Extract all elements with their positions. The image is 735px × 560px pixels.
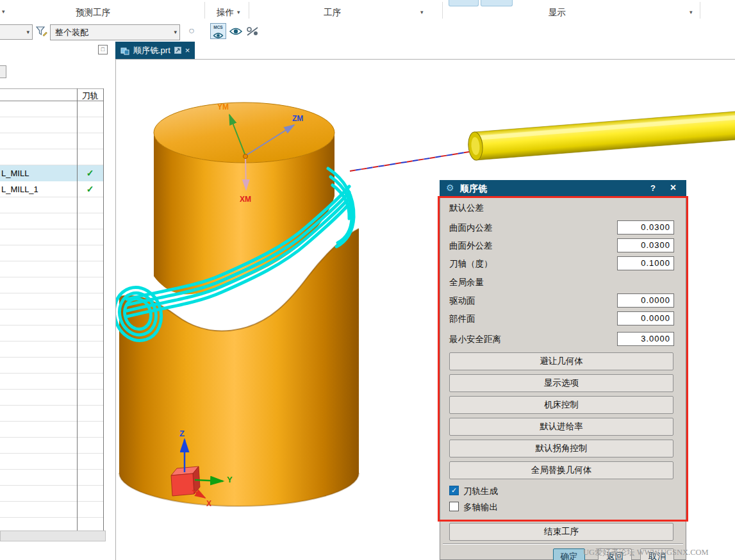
mcs-zm-label: ZM: [292, 114, 303, 123]
assembly-filter-value: 整个装配: [55, 27, 88, 38]
chevron-down-icon[interactable]: ▾: [237, 9, 240, 15]
ok-button[interactable]: 确定: [553, 548, 585, 560]
show-hide-icon[interactable]: [245, 26, 260, 37]
show-icon[interactable]: [229, 26, 243, 37]
ribbon-button-partial[interactable]: [481, 0, 513, 6]
panel-corner-icon[interactable]: [0, 65, 6, 78]
default-corner-control-button[interactable]: 默认拐角控制: [449, 440, 673, 457]
tab-close-icon[interactable]: ×: [185, 45, 190, 55]
operation-name: L_MILL: [1, 165, 29, 181]
ribbon-group-operation[interactable]: 操作: [217, 7, 234, 19]
tab-bar: □ 顺序铣.prt ×: [0, 42, 735, 59]
dialog-content: 默认公差 曲面内公差 0.0300 曲面外公差 0.0300 刀轴（度） 0.1…: [440, 197, 686, 560]
mcs-display-toggle[interactable]: MCS: [210, 23, 226, 39]
ribbon: ▾ 预测工序 操作 ▾ 工序 ▾ 显示 ▾: [0, 0, 735, 22]
selection-filter-icon[interactable]: [35, 26, 48, 37]
tool-axis-dashed-line: [350, 152, 469, 171]
multi-axis-output-label: 多轴输出: [463, 502, 498, 513]
tree-row-l-mill-1[interactable]: L_MILL_1 ✓: [0, 181, 104, 197]
min-clearance-label: 最小安全距离: [449, 334, 501, 345]
selection-toolbar: ▾ 整个装配 ▾ ○ MCS: [0, 21, 735, 42]
watermark: UG爱好者论坛 WWW.UGSNX.COM: [583, 547, 709, 558]
navigator-rows[interactable]: L_MILL ✓ L_MILL_1 ✓: [0, 101, 104, 531]
snap-circle-icon[interactable]: ○: [188, 25, 195, 37]
default-feed-rates-button[interactable]: 默认进给率: [449, 418, 673, 436]
intol-label: 曲面内公差: [449, 222, 493, 234]
gear-icon: ⚙: [446, 183, 454, 193]
tool-axis-deg-label: 刀轴（度）: [449, 258, 493, 270]
machine-control-button[interactable]: 机床控制: [449, 396, 673, 414]
multi-axis-output-checkbox[interactable]: [449, 502, 459, 511]
min-clearance-field[interactable]: 3.0000: [617, 332, 674, 346]
eye-icon: [213, 32, 224, 39]
part-surface-label: 部件面: [449, 313, 475, 325]
tool-axis-deg-field[interactable]: 0.1000: [617, 256, 674, 270]
outtol-field[interactable]: 0.0300: [617, 238, 674, 252]
chevron-down-icon[interactable]: ▾: [690, 9, 693, 15]
ribbon-group-display: 显示: [549, 7, 566, 19]
part-file-icon: [120, 46, 129, 55]
wcs-x-label: X: [206, 499, 211, 508]
dialog-title-bar[interactable]: ⚙ 顺序铣 ? ×: [440, 180, 686, 197]
tab-active-part[interactable]: 顺序铣.prt ×: [115, 42, 195, 59]
check-icon: ✓: [451, 486, 457, 494]
chevron-down-icon[interactable]: ▾: [420, 9, 424, 15]
ribbon-button-partial[interactable]: [449, 0, 479, 6]
dialog-title: 顺序铣: [460, 183, 487, 195]
toolpath-check-icon: ✓: [77, 181, 103, 197]
ribbon-group-predict-operation: 预测工序: [76, 7, 110, 19]
navigator-scroll-strip[interactable]: [0, 531, 106, 541]
toolpath-check-icon: ✓: [77, 165, 103, 181]
assembly-filter-combo[interactable]: 整个装配 ▾: [50, 24, 180, 40]
sequential-mill-dialog: ⚙ 顺序铣 ? × 默认公差 曲面内公差 0.0300 曲面外公差 0.0300…: [440, 180, 686, 560]
nx-window: ▾ 预测工序 操作 ▾ 工序 ▾ 显示 ▾ ▾ 整个装配 ▾ ○: [0, 0, 735, 560]
display-options-button[interactable]: 显示选项: [449, 374, 673, 392]
tool-cylinder[interactable]: [467, 111, 735, 161]
part-surface-field[interactable]: 0.0000: [617, 311, 674, 325]
operation-name: L_MILL_1: [1, 181, 38, 197]
ribbon-group-process: 工序: [324, 7, 341, 19]
global-replace-geometry-button[interactable]: 全局替换几何体: [449, 461, 673, 479]
end-operation-button[interactable]: 结束工序: [449, 523, 673, 541]
mcs-xm-label: XM: [240, 195, 251, 204]
avoidance-geometry-button[interactable]: 避让几何体: [449, 352, 673, 370]
chevron-down-icon[interactable]: ▾: [26, 29, 29, 35]
mcs-icon: MCS: [211, 25, 226, 30]
outtol-label: 曲面外公差: [449, 240, 493, 252]
operation-navigator-panel: 刀轨 L_MILL ✓ L_MILL_1 ✓: [0, 59, 106, 560]
help-icon[interactable]: ?: [650, 183, 656, 193]
tab-title: 顺序铣.prt: [133, 45, 170, 56]
chevron-down-icon[interactable]: ▾: [2, 8, 5, 15]
toolpath-generation-label: 刀轨生成: [463, 486, 498, 497]
mcs-ym-label: YM: [217, 103, 229, 111]
toolpath-column-header[interactable]: 刀轨: [77, 90, 103, 102]
toolpath-generation-checkbox[interactable]: ✓: [449, 486, 459, 495]
chevron-down-icon[interactable]: ▾: [174, 29, 177, 35]
drive-surface-field[interactable]: 0.0000: [617, 293, 674, 308]
wcs-y-label: Y: [227, 475, 233, 484]
navigator-header: 刀轨: [0, 88, 104, 101]
close-icon[interactable]: ×: [670, 182, 676, 194]
checked-out-icon: [174, 47, 181, 54]
drive-surface-label: 驱动面: [449, 295, 475, 307]
footer-separator: [443, 543, 683, 545]
section-default-tolerance: 默认公差: [449, 202, 484, 214]
panel-restore-button[interactable]: □: [98, 45, 108, 54]
selection-scope-combo-partial[interactable]: ▾: [0, 24, 33, 40]
wcs-z-label: Z: [179, 429, 185, 438]
intol-field[interactable]: 0.0300: [617, 220, 674, 235]
section-global-stock: 全局余量: [449, 277, 484, 288]
tree-row-l-mill[interactable]: L_MILL ✓: [0, 165, 104, 181]
